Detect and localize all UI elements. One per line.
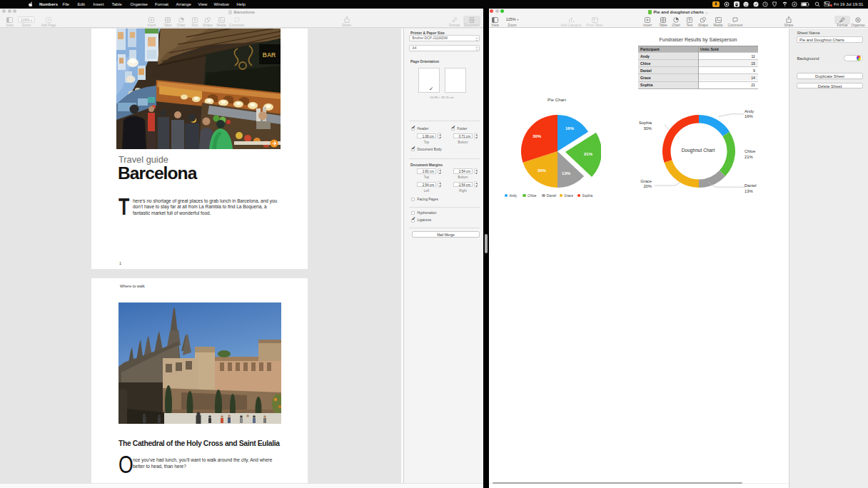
svg-text:BAR: BAR xyxy=(263,51,276,59)
